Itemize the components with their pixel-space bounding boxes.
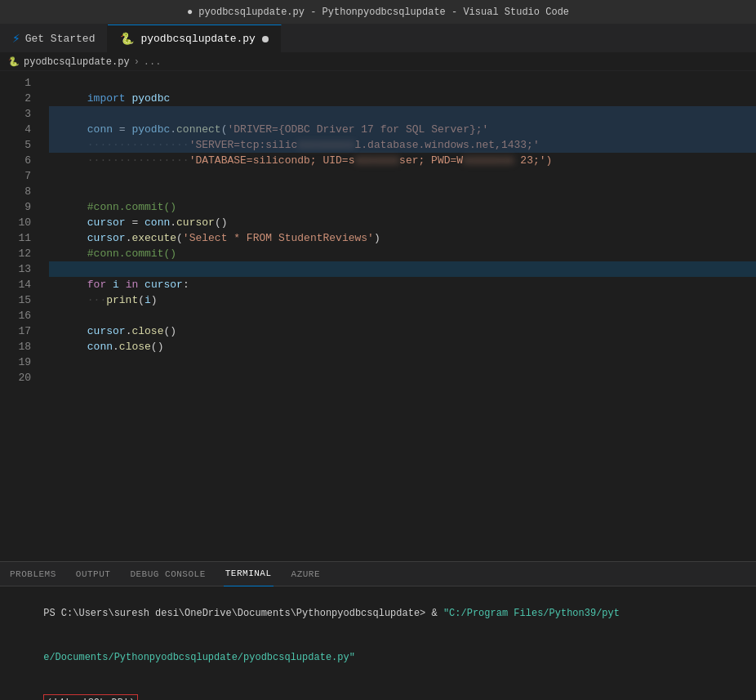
ln-8: 8 — [0, 184, 41, 199]
ln-14: 14 — [0, 277, 41, 292]
ln-11: 11 — [0, 230, 41, 246]
tab-output[interactable]: OUTPUT — [74, 562, 113, 586]
tab-terminal[interactable]: TERMINAL — [224, 562, 273, 586]
ln-17: 17 — [0, 323, 41, 339]
code-line-18 — [49, 339, 756, 354]
tab-problems[interactable]: PROBLEMS — [8, 562, 58, 586]
terminal-line-2: e/Documents/Pythonpyodbcsqlupdate/pyodbc… — [8, 635, 748, 680]
ln-13: 13 — [0, 261, 41, 277]
code-line-1: import pyodbc — [49, 75, 756, 91]
code-line-7 — [49, 168, 756, 184]
code-line-6 — [49, 153, 756, 168]
editor: 1 2 3 4 5 6 7 8 9 10 11 12 13 14 15 16 1… — [0, 71, 756, 561]
breadcrumb-separator: › — [134, 56, 140, 68]
code-line-13: for i in cursor: — [49, 261, 756, 277]
ln-18: 18 — [0, 339, 41, 354]
code-line-17: conn.close() — [49, 323, 756, 339]
panel-tabs: PROBLEMS OUTPUT DEBUG CONSOLE TERMINAL A… — [0, 562, 756, 586]
terminal-content[interactable]: PS C:\Users\suresh desi\OneDrive\Documen… — [0, 586, 756, 700]
ln-5: 5 — [0, 137, 41, 153]
code-line-3: conn = pyodbc.connect('DRIVER={ODBC Driv… — [49, 106, 756, 122]
code-line-20 — [49, 370, 756, 386]
tab-bar: ⚡ Get Started 🐍 pyodbcsqlupdate.py — [0, 25, 756, 53]
ln-1: 1 — [0, 75, 41, 91]
tab-debug-console[interactable]: DEBUG CONSOLE — [128, 562, 207, 586]
breadcrumb-icon: 🐍 — [8, 56, 20, 67]
code-line-8: #conn.commit() — [49, 184, 756, 199]
ln-2: 2 — [0, 91, 41, 106]
breadcrumb: 🐍 pyodbcsqlupdate.py › ... — [0, 53, 756, 71]
vscode-icon: ⚡ — [12, 30, 20, 47]
code-line-19 — [49, 354, 756, 370]
ln-6: 6 — [0, 153, 41, 168]
title-text: ● pyodbcsqlupdate.py - Pythonpyodbcsqlup… — [187, 7, 569, 18]
breadcrumb-file[interactable]: pyodbcsqlupdate.py — [24, 56, 130, 68]
code-line-14: ···print(i) — [49, 277, 756, 292]
code-line-10: cursor.execute('Select * FROM StudentRev… — [49, 215, 756, 230]
ln-15: 15 — [0, 292, 41, 308]
ln-20: 20 — [0, 370, 41, 386]
ln-12: 12 — [0, 246, 41, 261]
panel: PROBLEMS OUTPUT DEBUG CONSOLE TERMINAL A… — [0, 561, 756, 700]
terminal-line-3: ('4', 'SQL DB') — [8, 680, 748, 700]
code-line-11: #conn.commit() — [49, 230, 756, 246]
ln-3: 3 — [0, 106, 41, 122]
code-line-9: cursor = conn.cursor() — [49, 199, 756, 215]
tab-get-started[interactable]: ⚡ Get Started — [0, 25, 108, 52]
code-line-15 — [49, 292, 756, 308]
code-area[interactable]: import pyodbc conn = pyodbc.connect('DRI… — [41, 71, 756, 561]
output-result-1: ('4', 'SQL DB') — [43, 694, 138, 700]
line-numbers: 1 2 3 4 5 6 7 8 9 10 11 12 13 14 15 16 1… — [0, 71, 41, 561]
code-line-16: cursor.close() — [49, 308, 756, 323]
terminal-line-1: PS C:\Users\suresh desi\OneDrive\Documen… — [8, 591, 748, 635]
py-icon: 🐍 — [120, 32, 134, 46]
code-line-5: ················'DATABASE=silicondb; UID… — [49, 137, 756, 153]
title-bar: ● pyodbcsqlupdate.py - Pythonpyodbcsqlup… — [0, 0, 756, 25]
ln-19: 19 — [0, 354, 41, 370]
ln-7: 7 — [0, 168, 41, 184]
get-started-label: Get Started — [25, 33, 96, 45]
tab-active-file[interactable]: 🐍 pyodbcsqlupdate.py — [108, 25, 281, 52]
ln-4: 4 — [0, 122, 41, 137]
code-line-4: ················'SERVER=tcp:silicxxxxxxx… — [49, 122, 756, 137]
breadcrumb-rest: ... — [144, 56, 162, 68]
tab-azure[interactable]: AZURE — [290, 562, 322, 586]
ln-10: 10 — [0, 215, 41, 230]
code-line-2 — [49, 91, 756, 106]
code-line-12 — [49, 246, 756, 261]
ln-16: 16 — [0, 308, 41, 323]
active-file-label: pyodbcsqlupdate.py — [140, 33, 255, 45]
unsaved-dot — [262, 36, 269, 42]
ln-9: 9 — [0, 199, 41, 215]
